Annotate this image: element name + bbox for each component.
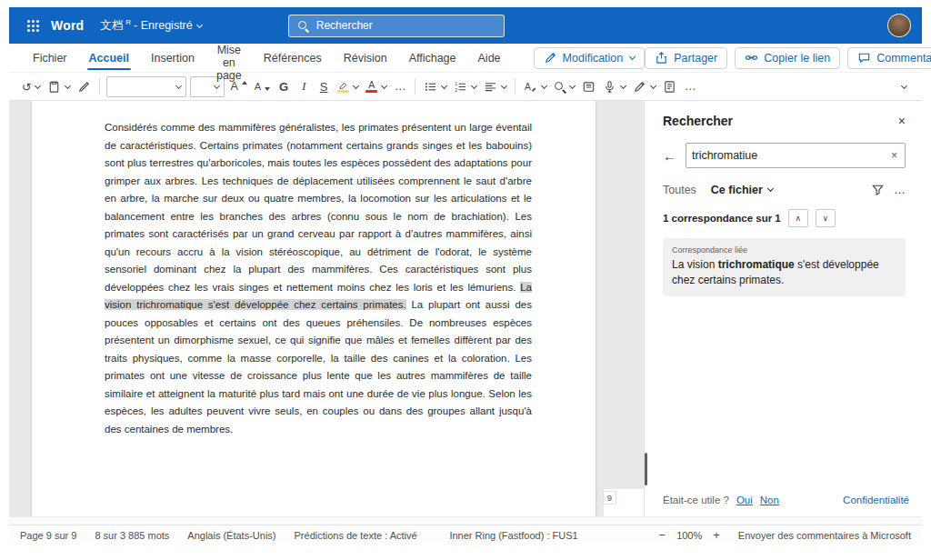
app-header: Word 文档 R - Enregistré Rechercher xyxy=(9,7,922,44)
mode-switch-button[interactable]: Modification xyxy=(534,47,646,69)
zoom-in-button[interactable]: + xyxy=(711,528,722,542)
tab-fichier[interactable]: Fichier xyxy=(22,44,78,72)
previous-match-button[interactable]: ∧ xyxy=(788,209,808,227)
chevron-down-icon xyxy=(175,82,182,88)
undo-icon: ↺ xyxy=(22,80,31,94)
separator xyxy=(515,78,516,95)
scope-file-dropdown[interactable]: Ce fichier xyxy=(711,184,773,196)
highlight-color-button[interactable] xyxy=(334,75,362,98)
tab-affichage[interactable]: Affichage xyxy=(398,44,467,72)
chevron-down-icon xyxy=(65,82,71,88)
privacy-link[interactable]: Confidentialité xyxy=(843,495,909,505)
editor-button[interactable] xyxy=(629,75,659,98)
highlighter-icon xyxy=(337,80,349,93)
search-result-card[interactable]: Correspondance liée La vision trichromat… xyxy=(663,238,906,296)
app-launcher-button[interactable] xyxy=(20,13,45,38)
close-pane-button[interactable]: × xyxy=(898,114,906,128)
caret-up-icon xyxy=(242,81,247,85)
pane-scrollbar-thumb[interactable] xyxy=(645,453,647,485)
avatar[interactable] xyxy=(887,14,911,37)
more-font-options-button[interactable]: … xyxy=(390,75,410,98)
reader-view-button[interactable] xyxy=(578,75,599,98)
tab-accueil[interactable]: Accueil xyxy=(78,44,140,72)
font-color-icon: A xyxy=(365,80,377,94)
styles-button[interactable]: A xyxy=(520,75,550,98)
document-page[interactable]: Considérés comme des mammifères générali… xyxy=(32,101,596,516)
designer-button[interactable] xyxy=(659,75,680,98)
chevron-down-icon xyxy=(441,82,447,88)
font-color-button[interactable]: A xyxy=(362,75,390,98)
tab-aide[interactable]: Aide xyxy=(467,44,512,72)
copy-link-label: Copier le lien xyxy=(764,52,830,65)
feedback-yes-link[interactable]: Oui xyxy=(736,495,753,505)
comments-button[interactable]: Commentaires xyxy=(847,47,931,69)
app-name[interactable]: Word xyxy=(51,18,84,33)
bold-button[interactable]: G xyxy=(274,75,294,98)
ribbon-collapse-button[interactable] xyxy=(893,75,913,98)
chevron-down-icon xyxy=(900,82,906,88)
dictate-button[interactable] xyxy=(599,75,629,98)
document-paragraph[interactable]: Considérés comme des mammifères générali… xyxy=(105,119,532,438)
ring-status: Inner Ring (Fastfood) : FUS1 xyxy=(449,530,577,541)
chevron-down-icon: ∨ xyxy=(822,214,828,223)
page-count-status[interactable]: Page 9 sur 9 xyxy=(20,530,76,541)
menu-actions: Partager Copier le lien Commentaires ≈ xyxy=(645,47,931,69)
paste-button[interactable] xyxy=(44,75,74,98)
tab-insertion[interactable]: Insertion xyxy=(140,44,205,72)
find-search-row: ← × xyxy=(663,143,906,168)
microphone-icon xyxy=(603,80,616,94)
text-predictions-status[interactable]: Prédictions de texte : Activé xyxy=(295,530,417,541)
format-painter-button[interactable] xyxy=(74,75,95,98)
chevron-down-icon xyxy=(620,82,626,88)
italic-button[interactable]: I xyxy=(294,75,314,98)
undo-button[interactable]: ↺ xyxy=(18,75,44,98)
share-button[interactable]: Partager xyxy=(645,47,727,69)
chevron-down-icon xyxy=(196,21,203,27)
paragraph-text: Considérés comme des mammifères générali… xyxy=(105,122,532,293)
pen-icon xyxy=(544,51,557,65)
clipboard-icon xyxy=(47,80,61,94)
language-status[interactable]: Anglais (États-Unis) xyxy=(187,530,275,541)
feedback-no-link[interactable]: Non xyxy=(760,495,779,505)
svg-text:2: 2 xyxy=(455,86,457,92)
chevron-down-icon xyxy=(629,54,636,60)
clear-search-button[interactable]: × xyxy=(889,149,899,162)
font-name-select[interactable] xyxy=(106,76,186,97)
document-area: Considérés comme des mammifères générali… xyxy=(9,101,644,516)
find-button[interactable] xyxy=(550,75,578,98)
underline-button[interactable]: S xyxy=(314,75,334,98)
zoom-out-button[interactable]: − xyxy=(657,528,668,542)
tab-references[interactable]: Références xyxy=(253,44,333,72)
copy-link-button[interactable]: Copier le lien xyxy=(735,47,840,69)
align-button[interactable] xyxy=(480,75,510,98)
chevron-down-icon xyxy=(501,82,507,88)
bullet-list-button[interactable] xyxy=(420,75,450,98)
tab-revision[interactable]: Révision xyxy=(333,44,398,72)
zoom-level[interactable]: 100% xyxy=(676,530,702,541)
filter-icon[interactable] xyxy=(871,183,885,196)
shrink-font-icon: A xyxy=(255,81,261,92)
document-title[interactable]: 文档 R - Enregistré xyxy=(100,18,201,34)
chevron-up-icon: ∧ xyxy=(795,214,801,223)
back-button[interactable]: ← xyxy=(663,148,676,164)
tab-mise-en-page[interactable]: Mise en page xyxy=(205,44,253,72)
send-feedback-link[interactable]: Envoyer des commentaires à Microsoft xyxy=(738,530,911,541)
numbered-list-button[interactable]: 1 2 xyxy=(450,75,480,98)
word-count-status[interactable]: 8 sur 3 885 mots xyxy=(95,530,169,541)
find-scope-row: Toutes Ce fichier … xyxy=(663,183,906,196)
next-match-button[interactable]: ∨ xyxy=(816,209,836,227)
document-name: 文档 xyxy=(100,18,123,34)
status-left: Page 9 sur 9 8 sur 3 885 mots Anglais (É… xyxy=(20,530,417,541)
more-commands-button[interactable]: … xyxy=(680,75,700,98)
shrink-font-button[interactable]: A xyxy=(251,75,274,98)
editor-pen-icon xyxy=(633,80,646,94)
pane-more-button[interactable]: … xyxy=(894,183,906,196)
matched-term: trichromatique xyxy=(718,258,795,271)
bold-icon: G xyxy=(279,80,288,94)
link-icon xyxy=(745,51,758,65)
find-input[interactable] xyxy=(692,149,889,162)
scope-all-tab[interactable]: Toutes xyxy=(663,184,696,196)
designer-doc-icon xyxy=(663,80,676,94)
global-search[interactable]: Rechercher xyxy=(288,15,505,37)
horizontal-scrollbar[interactable] xyxy=(9,516,922,525)
